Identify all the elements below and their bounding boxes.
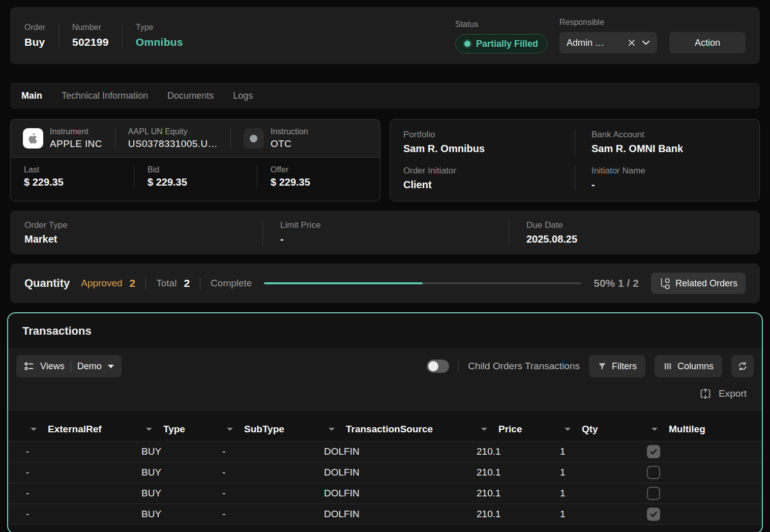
order-type-field: Type Omnibus [136,23,183,48]
table-cell: DOLFIN [324,509,481,520]
divider [458,361,459,372]
divider [58,24,59,47]
instruction-field: Instruction OTC [271,127,308,150]
refresh-button[interactable] [731,355,754,377]
listing-label: AAPL UN Equity [128,127,218,136]
table-header-row: ExternalRefTypeSubTypeTransactionSourceP… [8,417,762,441]
quote-bid-value: $ 229.35 [147,176,257,188]
multileg-checkbox[interactable] [647,466,660,479]
views-selector[interactable]: Views Demo [16,355,122,377]
table-cell: - [222,488,329,499]
filters-button[interactable]: Filters [589,355,645,377]
progress-fill [264,282,423,284]
order-side-label: Order [24,23,45,32]
column-dropdown-icon[interactable] [329,428,335,431]
tab-logs[interactable]: Logs [232,91,254,101]
table-cell: 210.1 [477,509,565,520]
column-header-subtype[interactable]: SubType [227,424,329,435]
table-row[interactable]: -BUY-DOLFIN210.11 [8,483,762,504]
views-icon [24,361,34,371]
order-number-field: Number 502199 [72,23,109,48]
column-dropdown-icon[interactable] [31,428,37,431]
instruction-dot-icon [250,135,257,142]
column-label: Qty [582,424,598,435]
order-details-card: Order Type Market Limit Price - Due Date… [10,211,760,254]
instrument-card: Instrument APPLE INC AAPL UN Equity US03… [10,119,380,201]
limit-price-label: Limit Price [280,220,509,230]
quote-last-value: $ 229.35 [24,176,134,188]
column-dropdown-icon[interactable] [481,428,487,431]
column-dropdown-icon[interactable] [565,428,571,431]
responsible-value: Admin … [567,38,621,48]
instrument-name: APPLE INC [50,138,102,150]
multileg-checkbox[interactable] [647,445,660,458]
status-text: Partially Filled [476,39,538,49]
order-type-detail-value: Market [24,233,262,245]
related-orders-label: Related Orders [675,278,737,289]
table-cell: - [26,488,146,499]
table-row[interactable]: -BUY-DOLFIN210.11 [8,441,762,462]
column-label: ExternalRef [48,424,102,435]
quote-offer-value: $ 229.35 [271,176,380,188]
status-badge: Partially Filled [455,34,547,53]
tab-documents[interactable]: Documents [166,91,215,101]
bank-account-field: Bank Account Sam R. OMNI Bank [575,130,759,155]
total-value: 2 [184,277,190,289]
responsible-column: Responsible Admin … [559,18,657,53]
status-column: Status Partially Filled [455,20,547,53]
chevron-down-icon[interactable] [642,40,650,45]
approved-value: 2 [130,277,136,289]
refresh-icon [737,361,748,372]
order-initiator-value: Client [403,179,561,191]
export-label[interactable]: Export [719,388,747,399]
clear-icon[interactable] [628,39,636,47]
quantity-card: Quantity Approved 2 Total 2 Complete 50%… [10,263,760,303]
toggle-knob [428,361,438,371]
quote-offer: Offer $ 229.35 [257,166,380,188]
table-cell: DOLFIN [324,488,481,499]
page: Order Buy Number 502199 Type Omnibus Sta… [0,0,770,532]
tab-technical-information[interactable]: Technical Information [61,91,149,101]
views-selected-value: Demo [77,361,102,372]
column-header-multileg[interactable]: Multileg [651,424,762,435]
instrument-field: Instrument APPLE INC [50,127,102,150]
column-header-transactionsource[interactable]: TransactionSource [329,424,481,435]
column-header-type[interactable]: Type [146,424,227,435]
table-cell: - [26,509,146,520]
quote-last-label: Last [24,165,134,174]
column-header-qty[interactable]: Qty [565,424,651,435]
table-row[interactable]: -BUY-DOLFIN210.11 [8,462,762,483]
table-row[interactable]: -BUY-DOLFIN210.11 [8,504,762,525]
related-orders-button[interactable]: Related Orders [651,273,746,294]
portfolio-value: Sam R. Omnibus [403,143,561,155]
table-cell: 210.1 [477,446,565,457]
multileg-checkbox[interactable] [647,508,660,521]
divider [122,24,123,47]
export-icon[interactable] [699,388,712,400]
due-date-label: Due Date [526,220,746,230]
child-orders-toggle-label: Child Orders Transactions [468,361,580,372]
column-dropdown-icon[interactable] [146,428,152,431]
approved-label: Approved [81,278,122,289]
column-header-price[interactable]: Price [481,424,565,435]
table-cell: 1 [560,467,651,478]
responsible-select[interactable]: Admin … [559,32,657,53]
tab-main[interactable]: Main [20,91,43,101]
listing-field: AAPL UN Equity US0378331005.U… [128,127,218,150]
column-label: Type [163,424,185,435]
order-type-value: Omnibus [136,36,183,48]
column-dropdown-icon[interactable] [651,428,658,431]
columns-button[interactable]: Columns [655,355,722,377]
table-cell-multileg [647,487,762,500]
column-header-externalref[interactable]: ExternalRef [31,424,146,435]
child-orders-toggle[interactable] [427,360,449,373]
action-button[interactable]: Action [669,32,746,53]
quote-bid-label: Bid [147,165,257,174]
columns-label: Columns [677,361,714,372]
status-dot-icon [464,41,470,47]
complete-label: Complete [211,278,252,289]
column-dropdown-icon[interactable] [227,428,233,431]
multileg-checkbox[interactable] [647,487,660,500]
listing-isin: US0378331005.U… [128,138,218,150]
table-cell: - [26,446,146,457]
